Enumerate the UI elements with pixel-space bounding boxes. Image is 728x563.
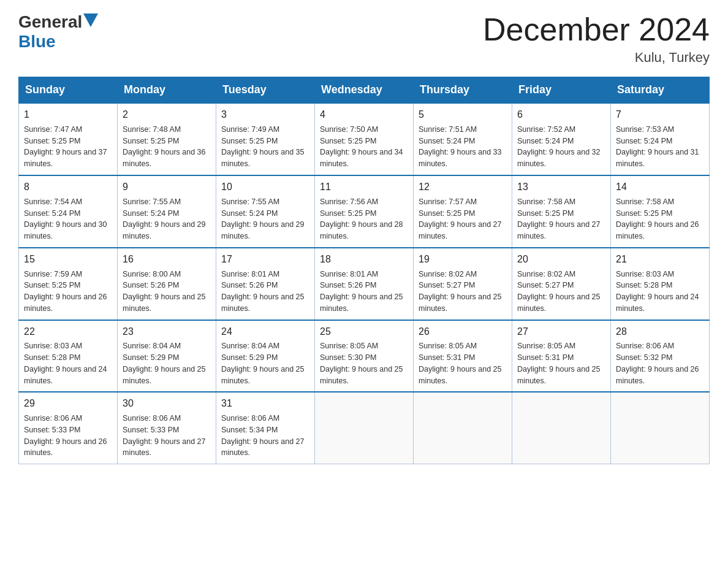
calendar-cell: 12Sunrise: 7:57 AMSunset: 5:25 PMDayligh… xyxy=(414,175,512,248)
calendar-cell: 14Sunrise: 7:58 AMSunset: 5:25 PMDayligh… xyxy=(611,175,710,248)
day-info: Sunrise: 8:04 AMSunset: 5:29 PMDaylight:… xyxy=(221,340,309,386)
day-info: Sunrise: 7:55 AMSunset: 5:24 PMDaylight:… xyxy=(123,196,211,242)
day-number: 18 xyxy=(320,252,408,267)
calendar-cell: 21Sunrise: 8:03 AMSunset: 5:28 PMDayligh… xyxy=(611,248,710,320)
calendar-cell: 19Sunrise: 8:02 AMSunset: 5:27 PMDayligh… xyxy=(414,248,512,320)
calendar-header-thursday: Thursday xyxy=(414,77,512,104)
day-info: Sunrise: 8:06 AMSunset: 5:33 PMDaylight:… xyxy=(24,413,112,459)
calendar-cell xyxy=(315,392,414,464)
day-info: Sunrise: 7:47 AMSunset: 5:25 PMDaylight:… xyxy=(24,124,112,170)
day-number: 31 xyxy=(221,396,309,412)
day-info: Sunrise: 8:06 AMSunset: 5:34 PMDaylight:… xyxy=(221,413,309,459)
calendar-cell: 13Sunrise: 7:58 AMSunset: 5:25 PMDayligh… xyxy=(512,175,611,248)
day-info: Sunrise: 7:52 AMSunset: 5:24 PMDaylight:… xyxy=(517,124,605,170)
day-number: 3 xyxy=(221,107,309,123)
calendar-header-sunday: Sunday xyxy=(19,77,118,104)
calendar-cell xyxy=(611,392,710,464)
day-number: 6 xyxy=(517,107,605,123)
day-info: Sunrise: 7:55 AMSunset: 5:24 PMDaylight:… xyxy=(221,196,309,242)
day-info: Sunrise: 7:49 AMSunset: 5:25 PMDaylight:… xyxy=(221,124,309,170)
day-info: Sunrise: 8:05 AMSunset: 5:31 PMDaylight:… xyxy=(517,340,605,386)
day-number: 22 xyxy=(24,324,112,340)
calendar-week-row: 8Sunrise: 7:54 AMSunset: 5:24 PMDaylight… xyxy=(19,175,710,248)
day-info: Sunrise: 7:54 AMSunset: 5:24 PMDaylight:… xyxy=(24,196,112,242)
day-info: Sunrise: 8:05 AMSunset: 5:30 PMDaylight:… xyxy=(320,340,408,386)
calendar-cell: 29Sunrise: 8:06 AMSunset: 5:33 PMDayligh… xyxy=(19,392,118,464)
calendar-cell: 15Sunrise: 7:59 AMSunset: 5:25 PMDayligh… xyxy=(19,248,118,320)
day-number: 11 xyxy=(320,180,408,195)
calendar-cell: 28Sunrise: 8:06 AMSunset: 5:32 PMDayligh… xyxy=(611,320,710,393)
calendar-header-row: SundayMondayTuesdayWednesdayThursdayFrid… xyxy=(19,77,710,104)
day-info: Sunrise: 8:04 AMSunset: 5:29 PMDaylight:… xyxy=(123,340,211,386)
day-number: 15 xyxy=(24,252,112,267)
page-header: General Blue December 2024 Kulu, Turkey xyxy=(18,12,710,66)
calendar-cell: 9Sunrise: 7:55 AMSunset: 5:24 PMDaylight… xyxy=(118,175,216,248)
day-number: 24 xyxy=(221,324,309,340)
day-info: Sunrise: 7:58 AMSunset: 5:25 PMDaylight:… xyxy=(616,196,704,242)
day-info: Sunrise: 7:48 AMSunset: 5:25 PMDaylight:… xyxy=(123,124,211,170)
logo-triangle-icon xyxy=(83,13,98,27)
day-number: 27 xyxy=(517,324,605,340)
logo: General Blue xyxy=(18,12,98,52)
day-number: 17 xyxy=(221,252,309,267)
day-number: 29 xyxy=(24,396,112,412)
title-area: December 2024 Kulu, Turkey xyxy=(483,12,710,66)
day-info: Sunrise: 7:56 AMSunset: 5:25 PMDaylight:… xyxy=(320,196,408,242)
calendar-cell xyxy=(512,392,611,464)
day-number: 8 xyxy=(24,180,112,195)
day-number: 26 xyxy=(419,324,507,340)
calendar-cell: 26Sunrise: 8:05 AMSunset: 5:31 PMDayligh… xyxy=(414,320,512,393)
calendar-cell: 10Sunrise: 7:55 AMSunset: 5:24 PMDayligh… xyxy=(216,175,315,248)
day-info: Sunrise: 8:05 AMSunset: 5:31 PMDaylight:… xyxy=(419,340,507,386)
calendar-cell: 4Sunrise: 7:50 AMSunset: 5:25 PMDaylight… xyxy=(315,103,414,175)
calendar-cell: 2Sunrise: 7:48 AMSunset: 5:25 PMDaylight… xyxy=(118,103,216,175)
calendar-cell: 25Sunrise: 8:05 AMSunset: 5:30 PMDayligh… xyxy=(315,320,414,393)
calendar-header-tuesday: Tuesday xyxy=(216,77,315,104)
calendar-header-saturday: Saturday xyxy=(611,77,710,104)
logo-general-text: General xyxy=(18,12,82,32)
day-info: Sunrise: 7:50 AMSunset: 5:25 PMDaylight:… xyxy=(320,124,408,170)
day-number: 16 xyxy=(123,252,211,267)
calendar-cell: 30Sunrise: 8:06 AMSunset: 5:33 PMDayligh… xyxy=(118,392,216,464)
day-number: 28 xyxy=(616,324,704,340)
day-info: Sunrise: 8:01 AMSunset: 5:26 PMDaylight:… xyxy=(320,269,408,315)
calendar-cell: 22Sunrise: 8:03 AMSunset: 5:28 PMDayligh… xyxy=(19,320,118,393)
calendar-cell: 31Sunrise: 8:06 AMSunset: 5:34 PMDayligh… xyxy=(216,392,315,464)
day-number: 20 xyxy=(517,252,605,267)
day-info: Sunrise: 8:03 AMSunset: 5:28 PMDaylight:… xyxy=(616,269,704,315)
logo-blue-text: Blue xyxy=(18,32,56,51)
day-info: Sunrise: 7:51 AMSunset: 5:24 PMDaylight:… xyxy=(419,124,507,170)
calendar-week-row: 22Sunrise: 8:03 AMSunset: 5:28 PMDayligh… xyxy=(19,320,710,393)
calendar-cell xyxy=(414,392,512,464)
calendar-cell: 8Sunrise: 7:54 AMSunset: 5:24 PMDaylight… xyxy=(19,175,118,248)
calendar-cell: 20Sunrise: 8:02 AMSunset: 5:27 PMDayligh… xyxy=(512,248,611,320)
calendar-cell: 17Sunrise: 8:01 AMSunset: 5:26 PMDayligh… xyxy=(216,248,315,320)
day-number: 1 xyxy=(24,107,112,123)
calendar-week-row: 15Sunrise: 7:59 AMSunset: 5:25 PMDayligh… xyxy=(19,248,710,320)
day-info: Sunrise: 7:57 AMSunset: 5:25 PMDaylight:… xyxy=(419,196,507,242)
day-info: Sunrise: 8:01 AMSunset: 5:26 PMDaylight:… xyxy=(221,269,309,315)
calendar-cell: 5Sunrise: 7:51 AMSunset: 5:24 PMDaylight… xyxy=(414,103,512,175)
calendar-cell: 23Sunrise: 8:04 AMSunset: 5:29 PMDayligh… xyxy=(118,320,216,393)
day-info: Sunrise: 7:59 AMSunset: 5:25 PMDaylight:… xyxy=(24,269,112,315)
calendar-cell: 1Sunrise: 7:47 AMSunset: 5:25 PMDaylight… xyxy=(19,103,118,175)
location-text: Kulu, Turkey xyxy=(483,50,710,66)
calendar-cell: 6Sunrise: 7:52 AMSunset: 5:24 PMDaylight… xyxy=(512,103,611,175)
day-number: 5 xyxy=(419,107,507,123)
calendar-cell: 11Sunrise: 7:56 AMSunset: 5:25 PMDayligh… xyxy=(315,175,414,248)
day-info: Sunrise: 8:00 AMSunset: 5:26 PMDaylight:… xyxy=(123,269,211,315)
day-info: Sunrise: 7:53 AMSunset: 5:24 PMDaylight:… xyxy=(616,124,704,170)
svg-marker-0 xyxy=(83,13,98,27)
calendar-cell: 27Sunrise: 8:05 AMSunset: 5:31 PMDayligh… xyxy=(512,320,611,393)
day-number: 19 xyxy=(419,252,507,267)
month-title: December 2024 xyxy=(483,12,710,47)
day-info: Sunrise: 7:58 AMSunset: 5:25 PMDaylight:… xyxy=(517,196,605,242)
day-info: Sunrise: 8:02 AMSunset: 5:27 PMDaylight:… xyxy=(517,269,605,315)
day-number: 21 xyxy=(616,252,704,267)
calendar-cell: 24Sunrise: 8:04 AMSunset: 5:29 PMDayligh… xyxy=(216,320,315,393)
day-number: 13 xyxy=(517,180,605,195)
calendar-table: SundayMondayTuesdayWednesdayThursdayFrid… xyxy=(18,77,710,464)
day-info: Sunrise: 8:03 AMSunset: 5:28 PMDaylight:… xyxy=(24,340,112,386)
day-number: 10 xyxy=(221,180,309,195)
day-number: 25 xyxy=(320,324,408,340)
